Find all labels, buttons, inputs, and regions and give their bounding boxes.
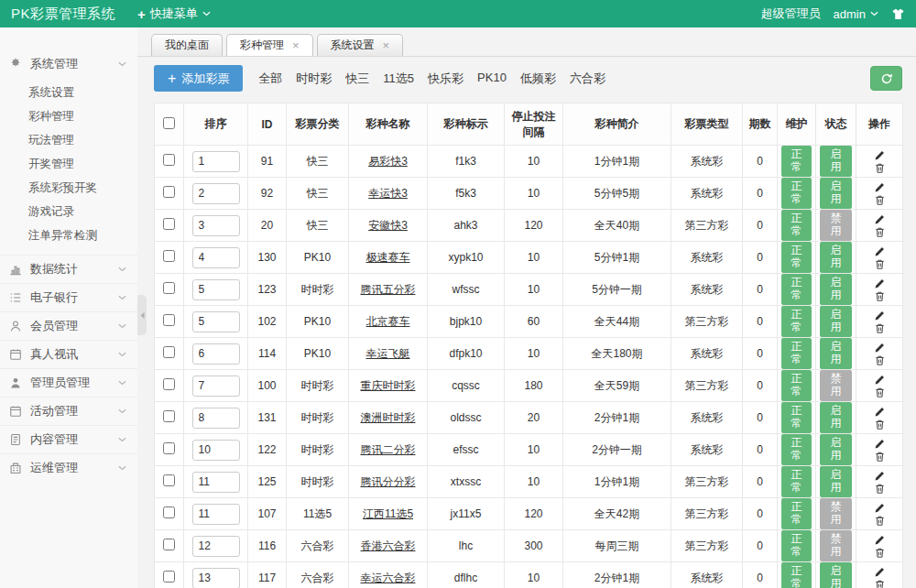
edit-icon[interactable]: [874, 438, 886, 450]
delete-icon[interactable]: [874, 162, 886, 174]
sort-input[interactable]: [192, 408, 240, 429]
delete-icon[interactable]: [874, 354, 886, 366]
row-checkbox[interactable]: [163, 474, 175, 486]
theme-tshirt-icon[interactable]: [891, 7, 905, 21]
edit-icon[interactable]: [874, 374, 886, 386]
status-badge[interactable]: 启用: [820, 434, 852, 465]
sidebar-item[interactable]: 开奖管理: [0, 152, 137, 176]
delete-icon[interactable]: [874, 579, 886, 588]
sort-input[interactable]: [192, 247, 240, 268]
quick-menu-button[interactable]: + 快捷菜单: [137, 5, 211, 22]
sort-input[interactable]: [192, 279, 240, 300]
delete-icon[interactable]: [874, 547, 886, 559]
sidebar-item[interactable]: 注单异常检测: [0, 223, 137, 247]
edit-icon[interactable]: [874, 245, 886, 257]
status-badge[interactable]: 启用: [820, 274, 852, 305]
lottery-name-link[interactable]: 极速赛车: [366, 251, 410, 264]
maintain-badge[interactable]: 正常: [781, 306, 812, 337]
sort-input[interactable]: [192, 151, 240, 172]
status-badge[interactable]: 禁用: [820, 498, 852, 529]
lottery-name-link[interactable]: 幸运六合彩: [361, 572, 416, 584]
edit-icon[interactable]: [874, 278, 886, 289]
status-badge[interactable]: 启用: [820, 242, 852, 273]
tab-my-desktop[interactable]: 我的桌面: [151, 34, 223, 56]
tab-system-settings[interactable]: 系统设置×: [317, 34, 404, 56]
status-badge[interactable]: 禁用: [820, 530, 852, 561]
row-checkbox[interactable]: [163, 539, 175, 550]
sidebar-group-system[interactable]: 系统管理: [0, 49, 137, 78]
row-checkbox[interactable]: [163, 506, 175, 518]
delete-icon[interactable]: [874, 290, 886, 302]
edit-icon[interactable]: [874, 181, 886, 193]
filter-link[interactable]: 六合彩: [570, 71, 605, 87]
status-badge[interactable]: 启用: [820, 306, 852, 337]
row-checkbox[interactable]: [163, 186, 175, 198]
delete-icon[interactable]: [874, 258, 886, 270]
sort-input[interactable]: [192, 440, 240, 461]
edit-icon[interactable]: [874, 149, 886, 161]
row-checkbox[interactable]: [163, 571, 175, 583]
row-checkbox[interactable]: [163, 410, 175, 422]
lottery-name-link[interactable]: 幸运飞艇: [366, 347, 410, 360]
tab-lottery-manage[interactable]: 彩种管理×: [226, 34, 313, 56]
sidebar-group-activity[interactable]: 活动管理: [0, 397, 137, 425]
refresh-button[interactable]: [870, 66, 902, 91]
filter-link[interactable]: 低频彩: [520, 71, 556, 87]
status-badge[interactable]: 启用: [820, 562, 852, 588]
add-lottery-button[interactable]: + 添加彩票: [154, 65, 243, 92]
filter-link[interactable]: 全部: [258, 71, 282, 87]
filter-link[interactable]: PK10: [477, 71, 507, 87]
maintain-badge[interactable]: 正常: [781, 274, 812, 305]
edit-icon[interactable]: [874, 342, 886, 354]
row-checkbox[interactable]: [163, 218, 175, 230]
row-checkbox[interactable]: [163, 442, 175, 454]
maintain-badge[interactable]: 正常: [781, 210, 812, 241]
sort-input[interactable]: [192, 183, 240, 204]
filter-link[interactable]: 快三: [345, 71, 369, 87]
sidebar-group-admins[interactable]: 管理员管理: [0, 368, 137, 397]
lottery-name-link[interactable]: 腾讯分分彩: [361, 475, 416, 488]
edit-icon[interactable]: [874, 566, 886, 578]
lottery-name-link[interactable]: 幸运快3: [368, 187, 408, 200]
filter-link[interactable]: 时时彩: [296, 71, 332, 87]
row-checkbox[interactable]: [163, 282, 175, 294]
sidebar-group-members[interactable]: 会员管理: [0, 311, 137, 340]
status-badge[interactable]: 启用: [820, 178, 852, 209]
sort-input[interactable]: [192, 568, 240, 588]
maintain-badge[interactable]: 正常: [781, 562, 812, 588]
row-checkbox[interactable]: [163, 250, 175, 262]
lottery-name-link[interactable]: 安徽快3: [368, 219, 408, 232]
edit-icon[interactable]: [874, 213, 886, 225]
status-badge[interactable]: 启用: [820, 466, 852, 497]
maintain-badge[interactable]: 正常: [781, 146, 812, 177]
edit-icon[interactable]: [874, 534, 886, 546]
row-checkbox[interactable]: [163, 346, 175, 358]
maintain-badge[interactable]: 正常: [781, 402, 812, 433]
delete-icon[interactable]: [874, 194, 886, 206]
close-tab-icon[interactable]: ×: [383, 39, 390, 51]
delete-icon[interactable]: [874, 451, 886, 463]
status-badge[interactable]: 启用: [820, 146, 852, 177]
delete-icon[interactable]: [874, 419, 886, 430]
sidebar-item[interactable]: 玩法管理: [0, 128, 137, 152]
sidebar-item[interactable]: 彩种管理: [0, 104, 137, 128]
sort-input[interactable]: [192, 311, 240, 332]
sort-input[interactable]: [192, 376, 240, 397]
maintain-badge[interactable]: 正常: [781, 434, 812, 465]
sidebar-item[interactable]: 系统设置: [0, 81, 137, 104]
status-badge[interactable]: 启用: [820, 402, 852, 433]
lottery-name-link[interactable]: 重庆时时彩: [361, 379, 416, 392]
select-all-checkbox[interactable]: [163, 117, 175, 129]
delete-icon[interactable]: [874, 322, 886, 334]
maintain-badge[interactable]: 正常: [781, 466, 812, 497]
maintain-badge[interactable]: 正常: [781, 530, 812, 561]
edit-icon[interactable]: [874, 502, 886, 514]
delete-icon[interactable]: [874, 515, 886, 527]
sidebar-group-bank[interactable]: 电子银行: [0, 283, 137, 311]
sidebar-group-live[interactable]: 真人视讯: [0, 340, 137, 368]
maintain-badge[interactable]: 正常: [781, 370, 812, 401]
edit-icon[interactable]: [874, 310, 886, 321]
sort-input[interactable]: [192, 343, 240, 365]
maintain-badge[interactable]: 正常: [781, 338, 812, 369]
maintain-badge[interactable]: 正常: [781, 242, 812, 273]
